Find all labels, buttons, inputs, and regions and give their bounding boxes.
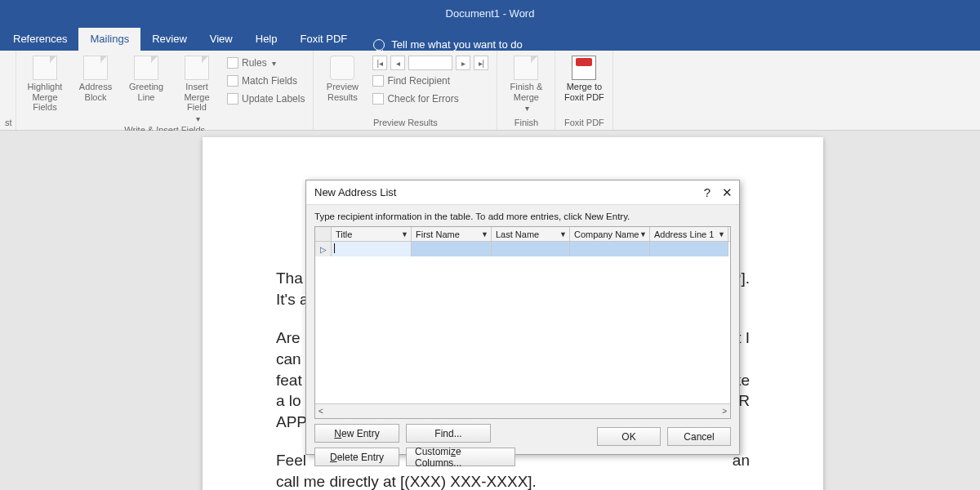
page-icon [134,56,158,80]
grid-header: Title▼ First Name▼ Last Name▼ Company Na… [315,227,730,242]
finish-merge-button[interactable]: Finish & Merge ▾ [502,54,550,114]
pdf-icon [572,56,596,80]
col-title[interactable]: Title▼ [332,227,412,241]
title-bar: Document1 - Word [0,0,980,26]
page-icon [227,93,238,105]
scroll-left-icon[interactable]: < [318,407,323,416]
cell-address-line-1[interactable] [650,242,728,256]
group-label: Finish [502,116,550,128]
highlight-merge-fields-button[interactable]: Highlight Merge Fields [21,54,69,113]
tab-mailings[interactable]: Mailings [78,28,140,51]
dialog-titlebar: New Address List ? ✕ [306,180,739,205]
chevron-down-icon: ▼ [639,230,647,238]
find-recipient-button[interactable]: Find Recipient [369,72,492,90]
find-button[interactable]: Find... [406,424,491,443]
page-icon [185,56,209,80]
check-icon [372,93,384,105]
rules-button[interactable]: Rules▾ [224,54,308,72]
chevron-down-icon: ▼ [559,230,567,238]
customize-columns-button[interactable]: Customize Columns... [406,448,515,466]
chevron-down-icon: ▼ [401,230,408,238]
tab-references[interactable]: References [2,28,78,51]
col-company-name[interactable]: Company Name▼ [570,227,650,241]
tab-help[interactable]: Help [244,28,289,51]
col-address-line-1[interactable]: Address Line 1▼ [650,227,728,241]
group-truncated: st [0,51,16,130]
dialog-instruction: Type recipient information in the table.… [314,212,731,221]
address-grid[interactable]: Title▼ First Name▼ Last Name▼ Company Na… [314,226,731,419]
prev-record-button[interactable]: ◂ [390,56,405,70]
check-errors-button[interactable]: Check for Errors [369,90,492,108]
first-record-button[interactable]: |◂ [372,56,387,70]
tab-foxit-pdf[interactable]: Foxit PDF [289,28,359,51]
group-preview-results: Preview Results |◂ ◂ ▸ ▸| Find Recipient… [314,51,497,130]
row-selector-icon[interactable]: ▷ [315,242,332,256]
record-nav: |◂ ◂ ▸ ▸| [369,54,492,72]
update-labels-button[interactable]: Update Labels [224,90,308,108]
preview-icon [330,56,354,80]
cell-first-name[interactable] [412,242,492,256]
cell-title[interactable]: | [332,242,412,256]
lightbulb-icon [373,39,385,51]
col-first-name[interactable]: First Name▼ [412,227,492,241]
group-label: Preview Results [318,116,492,128]
group-write-insert: Highlight Merge Fields Address Block Gre… [16,51,314,130]
chevron-down-icon: ▾ [525,104,529,114]
record-number-input[interactable] [408,56,452,70]
page-icon [227,57,238,69]
chevron-down-icon: ▾ [272,59,276,68]
page-icon [227,75,238,87]
row-header-blank [315,227,332,241]
cell-company-name[interactable] [570,242,650,256]
close-button[interactable]: ✕ [722,185,733,200]
preview-results-button[interactable]: Preview Results [318,54,366,102]
ok-button[interactable]: OK [597,427,661,446]
last-record-button[interactable]: ▸| [474,56,488,70]
grid-scrollbar[interactable]: < > [315,403,730,418]
delete-entry-button[interactable]: Delete Entry [314,448,399,466]
group-truncated-label: st [5,116,11,128]
greeting-line-button[interactable]: Greeting Line [122,54,170,102]
grid-empty-area [315,256,730,403]
page-icon [83,56,108,80]
chevron-down-icon: ▼ [718,230,725,238]
document-area: ThaIP]. It's a Areat I can featake a loA… [0,131,980,490]
cell-last-name[interactable] [492,242,570,256]
next-record-button[interactable]: ▸ [456,56,470,70]
tab-view[interactable]: View [198,28,244,51]
page-icon [33,56,57,80]
group-finish: Finish & Merge ▾ Finish [497,51,555,130]
merge-to-foxit-button[interactable]: Merge to Foxit PDF [560,54,608,102]
tell-me[interactable]: Tell me what you want to do [373,38,522,51]
tab-review[interactable]: Review [140,28,198,51]
ribbon-tabs: References Mailings Review View Help Fox… [0,26,980,51]
col-last-name[interactable]: Last Name▼ [492,227,570,241]
match-fields-button[interactable]: Match Fields [224,72,308,90]
help-button[interactable]: ? [704,185,710,200]
dialog-title: New Address List [314,186,396,198]
page-icon [514,56,538,80]
scroll-right-icon[interactable]: > [722,407,727,416]
ribbon: st Highlight Merge Fields Address Block … [0,51,980,131]
new-entry-button[interactable]: New Entry [314,424,399,443]
search-icon [372,75,384,87]
grid-row[interactable]: ▷ | [315,242,730,256]
insert-merge-field-button[interactable]: Insert Merge Field ▾ [173,54,220,123]
cancel-button[interactable]: Cancel [667,427,731,446]
chevron-down-icon: ▼ [481,230,488,238]
group-foxit: Merge to Foxit PDF Foxit PDF [555,51,613,130]
tell-me-label: Tell me what you want to do [391,38,522,51]
new-address-list-dialog: New Address List ? ✕ Type recipient info… [305,180,740,455]
document-title: Document1 - Word [446,7,535,20]
group-label: Foxit PDF [560,116,608,128]
chevron-down-icon: ▾ [196,114,200,124]
address-block-button[interactable]: Address Block [72,54,119,102]
